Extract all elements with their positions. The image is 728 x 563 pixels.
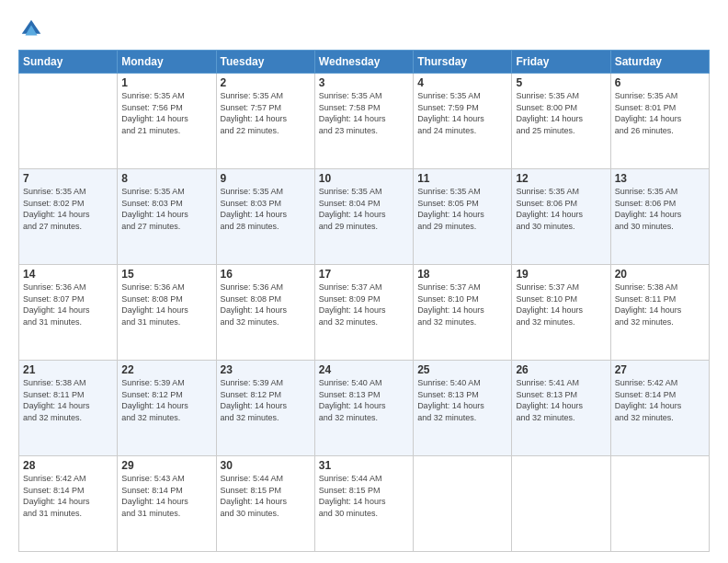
day-info: Sunrise: 5:42 AM Sunset: 8:14 PM Dayligh… xyxy=(615,377,705,423)
day-number: 7 xyxy=(23,172,113,185)
day-number: 18 xyxy=(417,268,507,281)
day-info: Sunrise: 5:38 AM Sunset: 8:11 PM Dayligh… xyxy=(23,377,113,423)
day-info: Sunrise: 5:37 AM Sunset: 8:10 PM Dayligh… xyxy=(417,282,507,327)
day-number: 10 xyxy=(319,172,409,185)
day-number: 30 xyxy=(221,459,311,472)
calendar-cell xyxy=(19,74,118,169)
calendar-cell: 19Sunrise: 5:37 AM Sunset: 8:10 PM Dayli… xyxy=(512,265,610,361)
calendar-cell: 1Sunrise: 5:35 AM Sunset: 7:56 PM Daylig… xyxy=(118,74,216,169)
day-number: 24 xyxy=(319,363,409,376)
calendar-cell: 6Sunrise: 5:35 AM Sunset: 8:01 PM Daylig… xyxy=(610,74,709,169)
day-number: 16 xyxy=(221,268,311,281)
calendar-cell: 31Sunrise: 5:44 AM Sunset: 8:15 PM Dayli… xyxy=(314,456,413,552)
calendar-cell: 29Sunrise: 5:43 AM Sunset: 8:14 PM Dayli… xyxy=(118,456,216,552)
day-info: Sunrise: 5:43 AM Sunset: 8:14 PM Dayligh… xyxy=(121,473,211,519)
weekday-header: Thursday xyxy=(414,51,512,74)
calendar-cell: 5Sunrise: 5:35 AM Sunset: 8:00 PM Daylig… xyxy=(512,74,610,169)
day-number: 12 xyxy=(516,172,606,185)
day-info: Sunrise: 5:37 AM Sunset: 8:09 PM Dayligh… xyxy=(319,282,409,327)
day-info: Sunrise: 5:36 AM Sunset: 8:08 PM Dayligh… xyxy=(221,282,311,327)
calendar-cell: 15Sunrise: 5:36 AM Sunset: 8:08 PM Dayli… xyxy=(118,265,216,361)
calendar-cell: 2Sunrise: 5:35 AM Sunset: 7:57 PM Daylig… xyxy=(216,74,314,169)
calendar-cell: 14Sunrise: 5:36 AM Sunset: 8:07 PM Dayli… xyxy=(19,265,118,361)
day-info: Sunrise: 5:35 AM Sunset: 8:06 PM Dayligh… xyxy=(615,186,705,232)
day-info: Sunrise: 5:35 AM Sunset: 7:57 PM Dayligh… xyxy=(221,90,311,136)
day-info: Sunrise: 5:40 AM Sunset: 8:13 PM Dayligh… xyxy=(319,377,409,423)
calendar-cell: 20Sunrise: 5:38 AM Sunset: 8:11 PM Dayli… xyxy=(610,265,709,361)
day-info: Sunrise: 5:35 AM Sunset: 8:03 PM Dayligh… xyxy=(221,186,311,232)
day-number: 3 xyxy=(319,76,409,89)
day-info: Sunrise: 5:37 AM Sunset: 8:10 PM Dayligh… xyxy=(516,282,606,327)
calendar-cell: 22Sunrise: 5:39 AM Sunset: 8:12 PM Dayli… xyxy=(118,361,216,456)
calendar-week-row: 28Sunrise: 5:42 AM Sunset: 8:14 PM Dayli… xyxy=(19,456,710,552)
calendar-cell: 17Sunrise: 5:37 AM Sunset: 8:09 PM Dayli… xyxy=(314,265,413,361)
day-info: Sunrise: 5:35 AM Sunset: 8:01 PM Dayligh… xyxy=(615,90,705,136)
weekday-header-row: SundayMondayTuesdayWednesdayThursdayFrid… xyxy=(19,51,710,74)
day-info: Sunrise: 5:35 AM Sunset: 8:00 PM Dayligh… xyxy=(516,90,606,136)
calendar-cell: 9Sunrise: 5:35 AM Sunset: 8:03 PM Daylig… xyxy=(216,169,314,265)
day-number: 8 xyxy=(121,172,211,185)
day-number: 13 xyxy=(615,172,705,185)
day-number: 1 xyxy=(121,76,211,89)
day-number: 9 xyxy=(221,172,311,185)
day-number: 26 xyxy=(516,363,606,376)
calendar-cell: 12Sunrise: 5:35 AM Sunset: 8:06 PM Dayli… xyxy=(512,169,610,265)
calendar-cell: 3Sunrise: 5:35 AM Sunset: 7:58 PM Daylig… xyxy=(314,74,413,169)
calendar-cell: 21Sunrise: 5:38 AM Sunset: 8:11 PM Dayli… xyxy=(19,361,118,456)
day-number: 15 xyxy=(121,268,211,281)
calendar-week-row: 1Sunrise: 5:35 AM Sunset: 7:56 PM Daylig… xyxy=(19,74,710,169)
calendar-table: SundayMondayTuesdayWednesdayThursdayFrid… xyxy=(18,50,710,552)
weekday-header: Tuesday xyxy=(216,51,314,74)
day-info: Sunrise: 5:36 AM Sunset: 8:07 PM Dayligh… xyxy=(23,282,113,327)
day-info: Sunrise: 5:38 AM Sunset: 8:11 PM Dayligh… xyxy=(615,282,705,327)
day-number: 29 xyxy=(121,459,211,472)
day-number: 31 xyxy=(319,459,409,472)
day-number: 28 xyxy=(23,459,113,472)
day-info: Sunrise: 5:39 AM Sunset: 8:12 PM Dayligh… xyxy=(121,377,211,423)
calendar-cell xyxy=(414,456,512,552)
calendar-cell: 10Sunrise: 5:35 AM Sunset: 8:04 PM Dayli… xyxy=(314,169,413,265)
day-number: 19 xyxy=(516,268,606,281)
calendar-cell: 16Sunrise: 5:36 AM Sunset: 8:08 PM Dayli… xyxy=(216,265,314,361)
calendar-cell: 26Sunrise: 5:41 AM Sunset: 8:13 PM Dayli… xyxy=(512,361,610,456)
day-number: 25 xyxy=(417,363,507,376)
day-number: 20 xyxy=(615,268,705,281)
day-number: 17 xyxy=(319,268,409,281)
day-info: Sunrise: 5:35 AM Sunset: 8:02 PM Dayligh… xyxy=(23,186,113,232)
day-info: Sunrise: 5:35 AM Sunset: 8:03 PM Dayligh… xyxy=(121,186,211,232)
calendar-cell xyxy=(512,456,610,552)
day-number: 5 xyxy=(516,76,606,89)
logo xyxy=(18,17,48,42)
calendar-week-row: 21Sunrise: 5:38 AM Sunset: 8:11 PM Dayli… xyxy=(19,361,710,456)
calendar-cell: 7Sunrise: 5:35 AM Sunset: 8:02 PM Daylig… xyxy=(19,169,118,265)
day-number: 23 xyxy=(221,363,311,376)
day-info: Sunrise: 5:36 AM Sunset: 8:08 PM Dayligh… xyxy=(121,282,211,327)
day-number: 21 xyxy=(23,363,113,376)
calendar-cell: 23Sunrise: 5:39 AM Sunset: 8:12 PM Dayli… xyxy=(216,361,314,456)
day-number: 22 xyxy=(121,363,211,376)
weekday-header: Wednesday xyxy=(314,51,413,74)
weekday-header: Friday xyxy=(512,51,610,74)
calendar-cell: 8Sunrise: 5:35 AM Sunset: 8:03 PM Daylig… xyxy=(118,169,216,265)
weekday-header: Saturday xyxy=(610,51,709,74)
day-info: Sunrise: 5:35 AM Sunset: 7:58 PM Dayligh… xyxy=(319,90,409,136)
calendar-cell: 18Sunrise: 5:37 AM Sunset: 8:10 PM Dayli… xyxy=(414,265,512,361)
day-number: 6 xyxy=(615,76,705,89)
header xyxy=(18,17,710,42)
day-info: Sunrise: 5:39 AM Sunset: 8:12 PM Dayligh… xyxy=(221,377,311,423)
weekday-header: Sunday xyxy=(19,51,118,74)
day-info: Sunrise: 5:35 AM Sunset: 7:56 PM Dayligh… xyxy=(121,90,211,136)
day-number: 27 xyxy=(615,363,705,376)
day-info: Sunrise: 5:44 AM Sunset: 8:15 PM Dayligh… xyxy=(221,473,311,519)
day-info: Sunrise: 5:42 AM Sunset: 8:14 PM Dayligh… xyxy=(23,473,113,519)
calendar-cell: 30Sunrise: 5:44 AM Sunset: 8:15 PM Dayli… xyxy=(216,456,314,552)
day-number: 14 xyxy=(23,268,113,281)
calendar-cell: 24Sunrise: 5:40 AM Sunset: 8:13 PM Dayli… xyxy=(314,361,413,456)
calendar-cell: 13Sunrise: 5:35 AM Sunset: 8:06 PM Dayli… xyxy=(610,169,709,265)
calendar-cell: 27Sunrise: 5:42 AM Sunset: 8:14 PM Dayli… xyxy=(610,361,709,456)
day-info: Sunrise: 5:44 AM Sunset: 8:15 PM Dayligh… xyxy=(319,473,409,519)
day-info: Sunrise: 5:35 AM Sunset: 8:05 PM Dayligh… xyxy=(417,186,507,232)
weekday-header: Monday xyxy=(118,51,216,74)
day-info: Sunrise: 5:35 AM Sunset: 7:59 PM Dayligh… xyxy=(417,90,507,136)
day-info: Sunrise: 5:35 AM Sunset: 8:04 PM Dayligh… xyxy=(319,186,409,232)
